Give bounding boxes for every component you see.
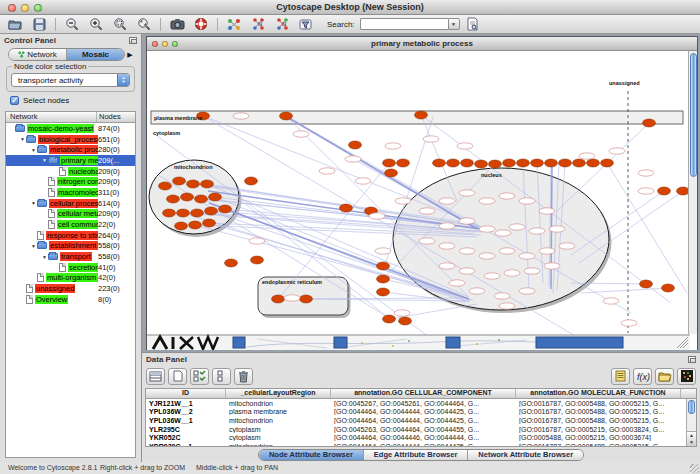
disclosure-triangle-icon[interactable]: ▼ <box>30 147 37 153</box>
network-node[interactable] <box>517 159 530 167</box>
network-node[interactable] <box>531 159 544 167</box>
advanced-search-button[interactable] <box>462 16 484 33</box>
network-node[interactable] <box>300 295 313 303</box>
network-node[interactable] <box>349 141 362 149</box>
network-node[interactable] <box>475 160 488 168</box>
network-label-node[interactable] <box>293 131 309 137</box>
network-label-node[interactable] <box>249 238 265 244</box>
float-panel-icon[interactable] <box>129 37 137 44</box>
network-label-node[interactable] <box>539 248 555 254</box>
network-label-node[interactable] <box>519 253 535 259</box>
network-node[interactable] <box>219 205 232 213</box>
tree-row-multi-organism-pro[interactable]: multi-organism pro42(0) <box>6 273 135 284</box>
network-node[interactable] <box>461 159 474 167</box>
network-label-node[interactable] <box>419 238 435 244</box>
tree-row-unassigned[interactable]: unassigned223(0) <box>6 283 135 294</box>
disclosure-triangle-icon[interactable]: ▼ <box>41 254 48 260</box>
tree-row-nucleobase-[interactable]: nucleobase-209(0) <box>6 166 135 177</box>
network-label-node[interactable] <box>385 143 401 149</box>
table-column-header[interactable]: annotation.GO CELLULAR_COMPONENT <box>331 389 516 398</box>
zoom-out-button[interactable] <box>61 16 83 33</box>
network-node[interactable] <box>658 187 671 195</box>
network-node[interactable] <box>503 159 516 167</box>
tree-row-secretion[interactable]: secretion41(0) <box>6 262 135 273</box>
tree-row-macromolecule[interactable]: macromolecule311(0) <box>6 187 135 198</box>
network-view-titlebar[interactable]: primary metabolic process <box>147 37 697 51</box>
scrollbar-arrows[interactable]: ▲▼ <box>687 431 696 446</box>
network-label-node[interactable] <box>499 248 515 254</box>
network-node[interactable] <box>163 209 176 217</box>
network-label-node[interactable] <box>621 320 637 326</box>
attribute-table-button[interactable] <box>146 368 165 385</box>
network-node[interactable] <box>195 195 208 203</box>
network-graph[interactable]: plasma membranecytoplasmmitochondrionnuc… <box>147 51 690 350</box>
network-label-node[interactable] <box>539 208 555 214</box>
network-node[interactable] <box>177 209 190 217</box>
table-row[interactable]: YPL036W__1mitochondrion[GO:0044464, GO:0… <box>146 416 686 425</box>
new-network-from-selected-nodes-selected-edges-button[interactable]: N <box>271 16 293 33</box>
node-color-dropdown[interactable]: transporter activity ▲▼ <box>11 73 130 87</box>
network-label-node[interactable] <box>559 243 575 249</box>
close-window-icon[interactable] <box>8 4 16 12</box>
filters-button[interactable] <box>295 16 317 33</box>
network-label-node[interactable] <box>459 268 475 274</box>
network-node[interactable] <box>340 204 353 212</box>
network-node[interactable] <box>159 182 172 190</box>
scrollbar-thumb[interactable] <box>688 400 695 414</box>
network-label-node[interactable] <box>524 268 540 274</box>
network-label-node[interactable] <box>457 143 473 149</box>
network-label-node[interactable] <box>469 288 485 294</box>
network-label-node[interactable] <box>419 208 435 214</box>
disclosure-triangle-icon[interactable]: ▼ <box>30 200 37 206</box>
network-node[interactable] <box>587 159 600 167</box>
tab-edge-attribute-browser[interactable]: Edge Attribute Browser <box>364 450 468 460</box>
open-button[interactable] <box>4 16 26 33</box>
close-view-icon[interactable] <box>152 41 158 47</box>
network-node[interactable] <box>272 295 285 303</box>
network-node[interactable] <box>385 169 398 177</box>
tab-node-attribute-browser[interactable]: Node Attribute Browser <box>259 450 364 460</box>
zoom-selected-region-button[interactable] <box>109 16 131 33</box>
network-node[interactable] <box>201 180 214 188</box>
table-row[interactable]: YJR121W__1mitochondrion[GO:0045267, GO:0… <box>146 399 686 408</box>
network-node[interactable] <box>191 209 204 217</box>
network-node[interactable] <box>377 262 390 270</box>
network-label-node[interactable] <box>459 248 475 254</box>
delete-attribute-button[interactable] <box>234 368 253 385</box>
network-node[interactable] <box>399 317 412 325</box>
new-attribute-button[interactable] <box>168 368 187 385</box>
network-label-node[interactable] <box>439 198 455 204</box>
disclosure-triangle-icon[interactable]: ▼ <box>19 136 26 142</box>
network-label-node[interactable] <box>495 230 511 236</box>
network-node[interactable] <box>643 119 656 127</box>
tree-row-cellular-metabo[interactable]: cellular metabo209(0) <box>6 209 135 220</box>
table-vertical-scrollbar[interactable]: ▲▼ <box>686 399 696 446</box>
network-label-node[interactable] <box>319 168 335 174</box>
network-node[interactable] <box>225 259 238 267</box>
search-input[interactable] <box>360 18 448 30</box>
tree-row-transport[interactable]: ▼transport558(0) <box>6 251 135 262</box>
disclosure-triangle-icon[interactable]: ▼ <box>30 243 37 249</box>
help-button[interactable] <box>190 16 212 33</box>
more-tabs-arrow-icon[interactable]: ▶ <box>125 51 135 59</box>
tree-row-metabolic-process[interactable]: ▼metabolic process280(0) <box>6 144 135 155</box>
network-node[interactable] <box>175 222 188 230</box>
tab-mosaic[interactable]: Mosaic <box>67 49 124 60</box>
network-label-node[interactable] <box>519 288 535 294</box>
network-node[interactable] <box>489 160 502 168</box>
network-label-node[interactable] <box>375 248 391 254</box>
tree-row-cell-communicat[interactable]: cell communicat22(0) <box>6 219 135 230</box>
zoom-view-icon[interactable] <box>172 41 178 47</box>
network-node[interactable] <box>559 159 572 167</box>
function-builder-button[interactable]: f(x) <box>633 368 652 385</box>
tree-row-establishment-of-lo[interactable]: ▼establishment of lo558(0) <box>6 241 135 252</box>
network-node[interactable] <box>433 159 446 167</box>
network-node[interactable] <box>383 159 396 167</box>
network-label-node[interactable] <box>603 298 619 304</box>
tab-network-attribute-browser[interactable]: Network Attribute Browser <box>468 450 583 460</box>
network-label-node[interactable] <box>369 213 385 219</box>
select-attributes-button[interactable] <box>190 368 209 385</box>
network-node[interactable] <box>167 195 180 203</box>
network-node[interactable] <box>662 284 675 292</box>
network-label-node[interactable] <box>609 148 625 154</box>
